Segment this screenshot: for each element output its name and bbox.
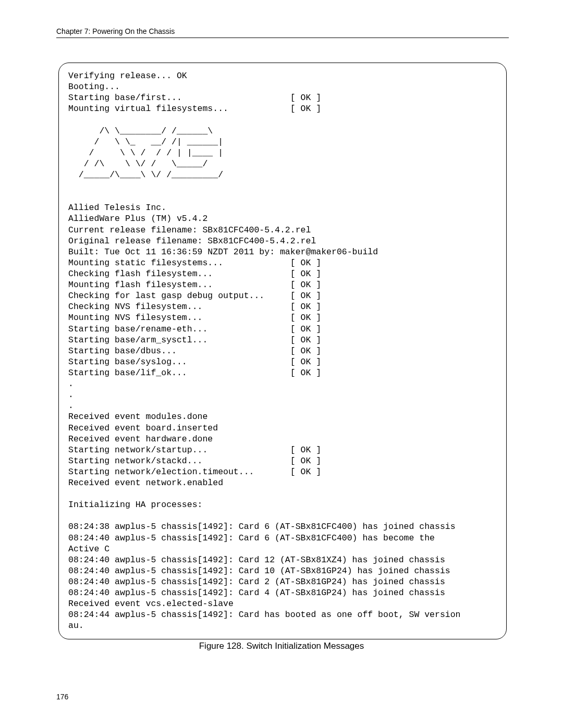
figure-caption: Figure 128. Switch Initialization Messag… bbox=[0, 641, 563, 651]
page-header: Chapter 7: Powering On the Chassis bbox=[56, 27, 175, 35]
header-underline bbox=[56, 38, 509, 38]
terminal-output: Verifying release... OK Booting... Start… bbox=[68, 70, 497, 632]
page-number: 176 bbox=[56, 693, 68, 701]
figure-caption-text: Figure 128. Switch Initialization Messag… bbox=[199, 641, 364, 651]
chapter-title: Chapter 7: Powering On the Chassis bbox=[56, 27, 175, 35]
page-number-text: 176 bbox=[56, 693, 68, 701]
terminal-output-box: Verifying release... OK Booting... Start… bbox=[58, 63, 507, 639]
